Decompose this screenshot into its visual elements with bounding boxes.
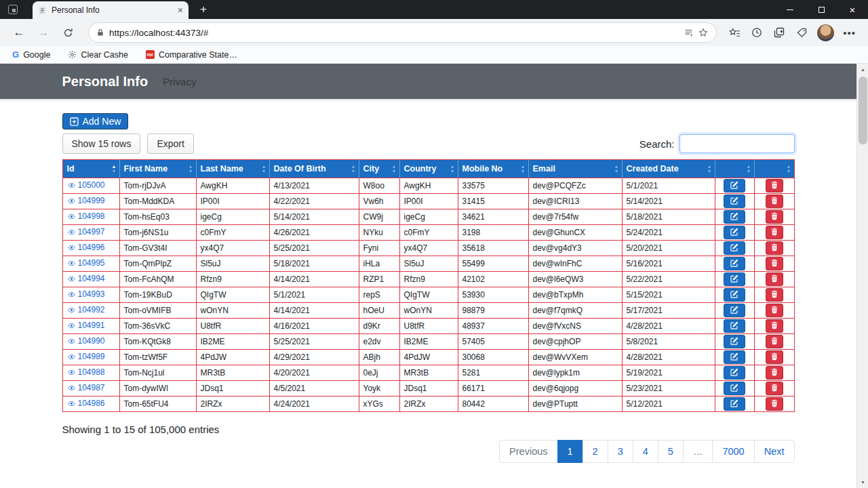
add-new-button[interactable]: Add New [62, 113, 129, 129]
history-icon[interactable] [750, 26, 764, 39]
cell-city: ABjh [359, 350, 400, 365]
column-header-first-name[interactable]: First Name▲▼ [120, 159, 197, 178]
reading-mode-icon[interactable] [684, 28, 693, 37]
edit-button[interactable] [724, 241, 745, 254]
edit-button[interactable] [724, 288, 745, 301]
row-detail-link[interactable]: 104987 [67, 383, 105, 392]
scrollbar-up-icon[interactable]: ▲ [857, 64, 868, 75]
nav-link-privacy[interactable]: Privacy [163, 76, 196, 87]
row-detail-link[interactable]: 104991 [67, 321, 105, 330]
delete-button[interactable] [766, 397, 783, 410]
column-header-city[interactable]: City▲▼ [359, 159, 400, 178]
row-detail-link[interactable]: 104986 [67, 399, 105, 408]
address-bar[interactable]: https://localhost:44373/# [88, 22, 717, 43]
collections-icon[interactable] [772, 26, 786, 39]
tab-close-icon[interactable]: × [178, 5, 183, 15]
forward-icon[interactable]: → [34, 23, 53, 42]
edit-button[interactable] [724, 350, 745, 363]
column-header-date-of-birth[interactable]: Date Of Birth▲▼ [270, 159, 359, 178]
bookmark-google[interactable]: G Google [12, 49, 50, 60]
url-text[interactable]: https://localhost:44373/# [109, 28, 679, 38]
scrollbar-down-icon[interactable]: ▼ [857, 476, 868, 488]
delete-button[interactable] [766, 241, 783, 254]
row-detail-link[interactable]: 104999 [67, 196, 105, 205]
delete-button[interactable] [766, 366, 783, 379]
new-tab-icon[interactable]: + [197, 3, 210, 16]
window-close-icon[interactable]: × [837, 0, 868, 19]
row-detail-link[interactable]: 104992 [67, 305, 105, 314]
row-detail-link[interactable]: 104998 [67, 211, 105, 221]
edit-button[interactable] [724, 304, 745, 317]
row-detail-link[interactable]: 104993 [67, 289, 105, 299]
browser-tab[interactable]: Personal Info × [33, 1, 189, 19]
bookmark-clear-cashe[interactable]: Clear Cashe [68, 50, 127, 60]
delete-button[interactable] [766, 382, 783, 394]
row-detail-link[interactable]: 105000 [67, 180, 105, 190]
edit-button[interactable] [724, 397, 745, 410]
show-rows-button[interactable]: Show 15 rows [62, 134, 141, 154]
edit-button[interactable] [724, 319, 745, 332]
page-button-3[interactable]: 3 [608, 440, 633, 463]
page-button-next[interactable]: Next [754, 440, 795, 463]
app-brand[interactable]: Personal Info [62, 74, 149, 89]
edit-button[interactable] [724, 257, 745, 270]
delete-button[interactable] [766, 304, 783, 317]
edit-icon [730, 228, 738, 238]
column-header-id[interactable]: Id▲▼ [62, 159, 120, 178]
vertical-scrollbar[interactable]: ▲ ▼ [856, 64, 868, 488]
edit-button[interactable] [724, 382, 745, 394]
maximize-icon[interactable] [806, 0, 837, 19]
delete-button[interactable] [766, 288, 783, 301]
scrollbar-thumb[interactable] [859, 77, 867, 144]
shopping-tag-icon[interactable] [795, 26, 808, 39]
delete-button[interactable] [766, 226, 783, 239]
search-input[interactable] [679, 134, 795, 153]
edit-button[interactable] [724, 195, 745, 207]
column-header-created-date[interactable]: Created Date▲▼ [623, 159, 715, 178]
delete-button[interactable] [766, 195, 783, 207]
column-header-delete-actions[interactable]: ▲▼ [755, 159, 795, 178]
page-button-previous[interactable]: Previous [499, 440, 557, 463]
edit-button[interactable] [724, 179, 745, 192]
favorite-star-icon[interactable] [698, 28, 708, 37]
delete-button[interactable] [766, 335, 783, 348]
delete-button[interactable] [766, 350, 783, 363]
delete-button[interactable] [766, 319, 783, 332]
row-detail-link[interactable]: 104994 [67, 274, 105, 283]
delete-button[interactable] [766, 257, 783, 270]
bookmark-comparative-state[interactable]: PDF Comparative State… [146, 50, 237, 60]
page-button-2[interactable]: 2 [583, 440, 608, 463]
row-detail-link[interactable]: 104990 [67, 336, 105, 346]
column-header-mobile-no[interactable]: Mobile No▲▼ [458, 159, 529, 178]
column-header-last-name[interactable]: Last Name▲▼ [197, 159, 270, 178]
page-button-4[interactable]: 4 [633, 440, 658, 463]
column-header-edit-actions[interactable]: ▲▼ [715, 159, 755, 178]
edit-button[interactable] [724, 366, 745, 379]
edit-button[interactable] [724, 272, 745, 285]
column-header-country[interactable]: Country▲▼ [400, 159, 458, 178]
row-detail-link[interactable]: 104988 [67, 367, 105, 377]
page-button-7000[interactable]: 7000 [712, 440, 754, 463]
eye-icon [67, 182, 76, 189]
minimize-icon[interactable] [774, 0, 806, 19]
edit-button[interactable] [724, 335, 745, 348]
page-button-5[interactable]: 5 [658, 440, 684, 463]
refresh-icon[interactable] [58, 23, 77, 42]
profile-avatar[interactable] [817, 24, 834, 41]
row-detail-link[interactable]: 104989 [67, 352, 105, 361]
back-icon[interactable]: ← [9, 23, 28, 42]
column-header-email[interactable]: Email▲▼ [529, 159, 623, 178]
window-icon[interactable] [8, 5, 18, 14]
delete-button[interactable] [766, 179, 783, 192]
more-options-icon[interactable]: ••• [843, 27, 856, 39]
row-detail-link[interactable]: 104995 [67, 258, 105, 268]
favorites-icon[interactable] [728, 26, 741, 39]
export-button[interactable]: Export [147, 134, 193, 154]
row-detail-link[interactable]: 104997 [67, 227, 105, 237]
row-detail-link[interactable]: 104996 [67, 243, 105, 252]
delete-button[interactable] [766, 210, 783, 223]
edit-button[interactable] [724, 226, 745, 239]
delete-button[interactable] [766, 272, 783, 285]
edit-button[interactable] [724, 210, 745, 223]
page-button-1[interactable]: 1 [557, 440, 583, 463]
